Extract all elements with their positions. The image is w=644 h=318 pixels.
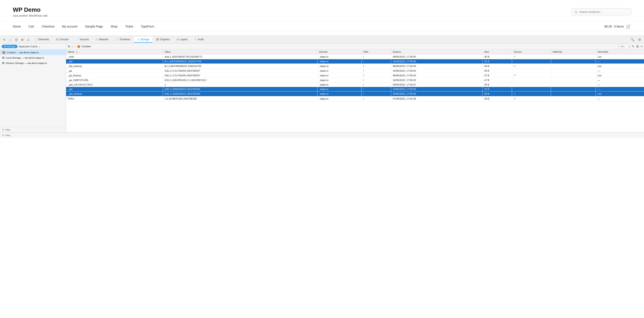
cell-samesite-7: — — [596, 87, 644, 91]
table-row[interactable]: _gid_backup GA1.2.1008338243.1654786358 … — [66, 91, 644, 96]
col-samesite[interactable]: SameSite — [596, 49, 644, 54]
filter-box[interactable]: ⊙ Filter — [615, 44, 627, 48]
cell-domain-8: .stape.io — [317, 91, 361, 96]
col-expires[interactable]: Expires — [391, 49, 482, 54]
cart-items-count: 0 items — [614, 25, 624, 28]
devtools-bottom-filter: ⊙ Filter — [0, 132, 644, 138]
svg-point-0 — [575, 11, 577, 12]
devtools-toolbar-right: 🔍 ⚙ — [630, 37, 642, 42]
sidebar-item-icon-2: ⊞ — [2, 61, 4, 65]
table-row[interactable]: _gid GA1.2.1008338243.1654786358 .stape.… — [66, 87, 644, 91]
tab-storage[interactable]: ⊙ Storage — [134, 37, 152, 43]
table-row[interactable]: _fbp fb.1.1654786358231.1582914755 .stap… — [66, 59, 644, 64]
sidebar-item-0[interactable]: 🍪Cookies — wp-demo.stape.io — [0, 50, 66, 55]
cell-name-7: _gid — [66, 87, 163, 91]
table-row[interactable]: _ga_VM9YCFJZ0L GS1.1.1654785105.2.1.1654… — [66, 78, 644, 82]
col-path[interactable]: Path — [362, 49, 391, 54]
cell-httponly-8 — [551, 91, 596, 96]
refresh-icon[interactable]: ↻ — [632, 45, 634, 48]
cell-value-1: fb.1.1654786358231.1582914755 — [163, 59, 317, 64]
tab-network[interactable]: ⬡ Network — [93, 37, 111, 43]
prev-icon[interactable]: ‹ — [72, 45, 73, 48]
network-icon: ⬡ — [96, 38, 98, 41]
cell-expires-4: 08/06/2024, 17:58:40 — [391, 73, 482, 78]
nav-shop[interactable]: Shop — [111, 25, 118, 28]
cell-samesite-4: Lax — [596, 73, 644, 78]
cell-name-1: _fbp — [66, 59, 163, 64]
nav-typeform[interactable]: TypeForm — [141, 25, 154, 28]
table-row[interactable]: _dcid dcid.1.1654786357793.202438771 .st… — [66, 54, 644, 59]
more-icon[interactable]: ≡ — [640, 45, 642, 48]
add-icon[interactable]: + — [629, 45, 630, 48]
cell-name-3: _ga — [66, 69, 163, 73]
app-cache-button[interactable]: Application Cache ⌄ — [19, 45, 40, 48]
all-storage-badge[interactable]: All Storage — [2, 45, 18, 48]
nav-ticket[interactable]: Ticket — [125, 25, 133, 28]
cell-domain-9: .stape.io — [317, 96, 361, 101]
cart-area[interactable]: $0.00 0 items 🛒 — [604, 24, 631, 29]
col-value[interactable]: Value — [163, 49, 317, 54]
sidebar-item-1[interactable]: ⊞Local Storage — wp-demo.stape.io — [0, 55, 66, 60]
table-row[interactable]: _ga_backup GA1.1.1711746290.1654786357 .… — [66, 73, 644, 78]
sidebar-item-2[interactable]: ⊞Session Storage — wp-demo.stape.io — [0, 60, 66, 66]
col-name[interactable]: Name ▲ — [66, 49, 163, 54]
close-devtools-button[interactable]: ✕ — [2, 37, 7, 42]
tab-elements[interactable]: ⬚ Elements — [32, 37, 52, 43]
search-devtools-button[interactable]: 🔍 — [630, 37, 636, 42]
table-row[interactable]: _fbp_backup fb.1.1654786358231.158291475… — [66, 64, 644, 69]
table-row[interactable]: _ga GA1.2.1711746290.1654786357 .stape.i… — [66, 69, 644, 73]
tab-sources[interactable]: 📄 Sources — [72, 37, 92, 43]
target-button[interactable]: ⊕ — [20, 37, 25, 42]
nav-sample-page[interactable]: Sample Page — [85, 25, 103, 28]
cell-value-2: fb.1.1654786358231.1582914755 — [163, 64, 317, 69]
col-secure[interactable]: Secure — [512, 49, 551, 54]
nav-checkout[interactable]: Checkout — [42, 25, 54, 28]
nav-cart[interactable]: Cart — [28, 25, 34, 28]
cell-name-6: _gat_UA-181411728-2 — [66, 82, 163, 87]
settings-button[interactable]: ⚙ — [637, 37, 642, 42]
table-row[interactable]: _gat_UA-181411728-2 1 .stape.io / 09/06/… — [66, 82, 644, 87]
grid-icon[interactable]: ⊞ — [68, 45, 70, 48]
cell-size-1: 33 B — [482, 59, 512, 64]
tab-audit[interactable]: ✓ Audit — [192, 37, 206, 43]
cell-size-0: 35 B — [482, 54, 512, 59]
tab-storage-label: Storage — [140, 38, 149, 41]
sidebar-items: 🍪Cookies — wp-demo.stape.io⊞Local Storag… — [0, 50, 66, 66]
timelines-icon: 🕐 — [115, 38, 118, 41]
sidebar-filter: ⊙ Filter — [0, 127, 66, 132]
tab-graphics[interactable]: 🖼 Graphics — [153, 37, 173, 43]
nav-myaccount[interactable]: My account — [62, 25, 78, 28]
cell-httponly-6 — [551, 82, 596, 87]
next-icon[interactable]: › — [74, 45, 75, 48]
cell-httponly-9 — [551, 96, 596, 101]
cart-icon: 🛒 — [626, 24, 631, 29]
tab-layers[interactable]: ⊟ Layers — [174, 37, 191, 43]
cell-expires-7: 10/06/2022, 17:58:40 — [391, 87, 482, 91]
product-search-box[interactable] — [572, 8, 631, 15]
cell-size-3: 30 B — [482, 69, 512, 73]
col-httponly[interactable]: HttpOnly — [551, 49, 596, 54]
tab-timelines[interactable]: 🕐 Timelines — [112, 37, 133, 43]
cell-secure-6 — [512, 82, 551, 87]
tab-network-label: Network — [99, 38, 108, 41]
col-domain[interactable]: Domain — [317, 49, 361, 54]
console-icon: ⊞ — [56, 38, 58, 41]
table-row[interactable]: FPAU 1.2.1678647346.1654786358 .stape.io… — [66, 96, 644, 101]
sources-icon: 📄 — [75, 38, 78, 41]
cell-secure-8: ✓ — [512, 91, 551, 96]
col-size[interactable]: Size — [482, 49, 512, 54]
warning-button[interactable]: ⚠ — [26, 37, 31, 42]
dock-button[interactable]: ⬚ — [8, 37, 13, 42]
cell-httponly-7 — [551, 87, 596, 91]
tab-console[interactable]: ⊞ Console — [53, 37, 72, 43]
search-input[interactable] — [580, 10, 628, 13]
split-button[interactable]: ⊟ — [14, 37, 19, 42]
cell-size-5: 47 B — [482, 78, 512, 82]
cell-secure-7 — [512, 87, 551, 91]
cell-size-9: 29 B — [482, 96, 512, 101]
cell-value-7: GA1.2.1008338243.1654786358 — [163, 87, 317, 91]
main-toolbar-right: ⊙ Filter + ↻ 🗑 ≡ — [615, 44, 642, 48]
nav-home[interactable]: Home — [13, 25, 21, 28]
delete-icon[interactable]: 🗑 — [636, 45, 639, 48]
cell-samesite-0: Lax — [596, 54, 644, 59]
